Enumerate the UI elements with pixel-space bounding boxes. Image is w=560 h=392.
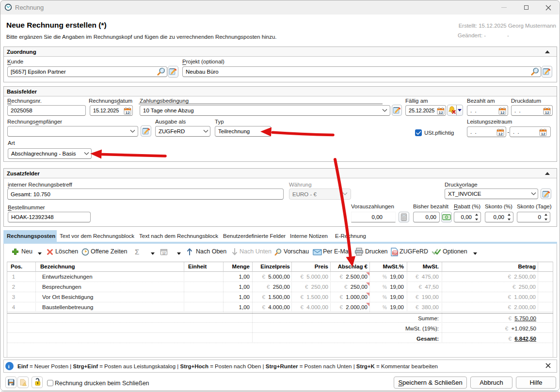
svg-text:12: 12 bbox=[162, 251, 166, 255]
svg-text:PDF: PDF bbox=[393, 252, 399, 255]
